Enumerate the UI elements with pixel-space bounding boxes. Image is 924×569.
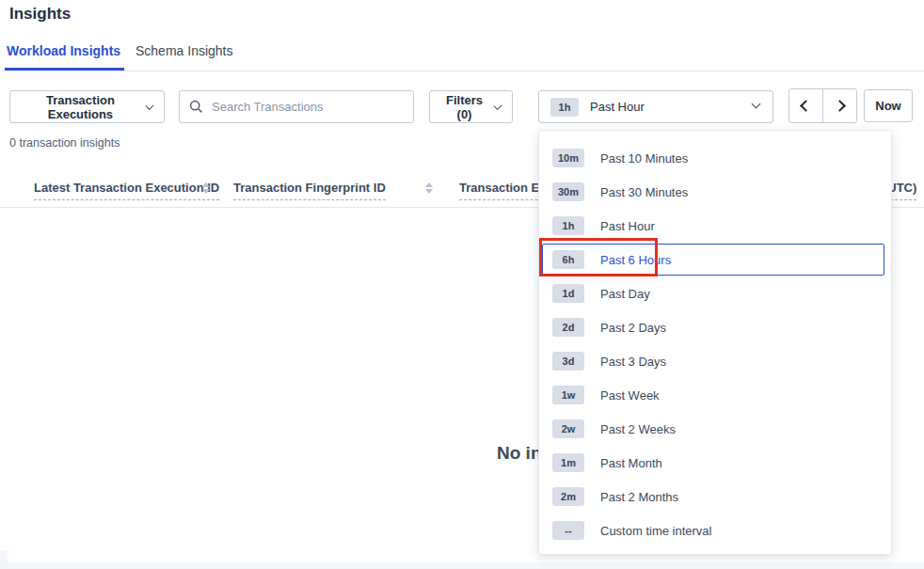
time-option-badge: 1m [552,453,584,472]
time-option-badge: 1w [552,386,584,404]
chevron-down-icon [752,100,761,109]
time-option-past-30-minutes[interactable]: 30m Past 30 Minutes [539,175,891,209]
time-interval-select[interactable]: 1h Past Hour [538,90,773,123]
time-option-past-2-days[interactable]: 2d Past 2 Days [539,310,891,344]
page-background-strip [0,562,924,569]
tab-schema-insights[interactable]: Schema Insights [135,43,233,70]
chevron-down-icon [493,101,502,109]
chevron-left-icon [800,100,812,112]
now-button[interactable]: Now [864,89,913,122]
time-option-past-hour[interactable]: 1h Past Hour [539,209,891,243]
time-option-badge: 3d [552,352,584,371]
tab-bar: Workload Insights Schema Insights [0,43,924,71]
column-header-transaction-fingerprint-id[interactable]: Transaction Fingerprint ID [233,181,386,200]
time-interval-label: Past Hour [590,100,645,114]
column-header-latest-transaction-execution-id[interactable]: Latest Transaction Execution ID [34,181,219,200]
time-option-badge: 2d [552,318,584,337]
time-option-past-week[interactable]: 1w Past Week [539,378,891,412]
chevron-down-icon [145,101,153,109]
time-interval-badge: 1h [550,98,579,117]
time-option-custom-time-interval[interactable]: -- Custom time interval [539,514,891,547]
time-option-past-6-hours[interactable]: 6h Past 6 Hours [539,243,891,277]
time-interval-dropdown: 10m Past 10 Minutes 30m Past 30 Minutes … [538,130,892,555]
entity-type-select-label: Transaction Executions [22,93,139,121]
next-interval-button[interactable] [822,88,857,123]
sort-toggle-icon[interactable] [202,182,210,194]
previous-interval-button[interactable] [789,88,823,123]
tab-workload-insights[interactable]: Workload Insights [7,43,120,70]
search-input[interactable] [179,90,414,123]
time-option-badge: -- [552,521,584,540]
entity-type-select[interactable]: Transaction Executions [9,90,165,123]
time-option-past-2-weeks[interactable]: 2w Past 2 Weeks [539,412,891,446]
time-option-badge: 6h [552,250,584,269]
time-option-badge: 1h [552,216,584,235]
time-option-badge: 2m [552,487,584,506]
time-option-badge: 30m [552,182,584,201]
time-option-past-month[interactable]: 1m Past Month [539,446,891,480]
search-icon [189,100,203,114]
time-option-badge: 1d [552,284,584,303]
tab-label: Schema Insights [135,43,233,58]
time-pager [789,88,857,123]
time-option-past-10-minutes[interactable]: 10m Past 10 Minutes [539,141,891,175]
results-count: 0 transaction insights [9,136,119,150]
search-box [179,90,414,123]
page-title: Insights [9,5,71,24]
sort-toggle-icon[interactable] [425,182,433,194]
time-option-badge: 2w [552,419,584,438]
filters-button[interactable]: Filters (0) [429,90,513,123]
chevron-right-icon [834,100,846,112]
time-option-past-3-days[interactable]: 3d Past 3 Days [539,344,891,378]
tab-label: Workload Insights [7,43,120,58]
time-option-badge: 10m [552,149,584,167]
time-option-past-2-months[interactable]: 2m Past 2 Months [539,480,891,514]
filters-button-label: Filters (0) [441,93,487,121]
now-button-label: Now [875,99,900,113]
time-option-past-day[interactable]: 1d Past Day [539,277,891,310]
